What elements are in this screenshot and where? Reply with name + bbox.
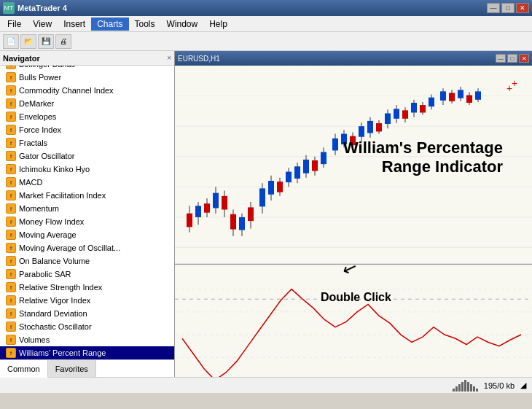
menu-file[interactable]: File bbox=[1, 17, 27, 31]
nav-item-label: Ichimoku Kinko Hyo bbox=[19, 165, 90, 174]
nav-item-label: Relative Strength Index bbox=[19, 283, 102, 292]
maximize-button[interactable]: □ bbox=[501, 3, 515, 13]
nav-item-label: Envelopes bbox=[19, 112, 56, 121]
minimize-button[interactable]: — bbox=[487, 3, 500, 13]
nav-item[interactable]: fRelative Vigor Index bbox=[0, 294, 174, 307]
svg-rect-75 bbox=[458, 90, 463, 98]
nav-item[interactable]: fDeMarker bbox=[0, 97, 174, 110]
status-value: 195/0 kb bbox=[484, 381, 515, 390]
toolbar-open[interactable]: 📂 bbox=[20, 34, 36, 49]
nav-item-label: Force Index bbox=[19, 125, 61, 134]
inner-minimize[interactable]: — bbox=[496, 54, 506, 63]
chart-area: EURUSD,H1 — □ ✕ bbox=[175, 51, 532, 377]
menu-view[interactable]: View bbox=[27, 17, 58, 31]
inner-title-bar: EURUSD,H1 — □ ✕ bbox=[175, 51, 532, 66]
nav-item-label: Stochastic Oscillator bbox=[19, 322, 92, 331]
nav-item[interactable]: fBulls Power bbox=[0, 71, 174, 84]
nav-item[interactable]: fMoving Average bbox=[0, 228, 174, 241]
svg-rect-73 bbox=[449, 93, 455, 101]
nav-item-icon: f bbox=[6, 190, 16, 200]
nav-item-label: Bulls Power bbox=[19, 73, 61, 82]
svg-rect-45 bbox=[321, 152, 326, 165]
nav-item[interactable]: fMoney Flow Index bbox=[0, 215, 174, 228]
title-bar: MT MetaTrader 4 — □ ✕ bbox=[0, 0, 532, 16]
nav-item-label: Moving Average bbox=[19, 230, 77, 239]
nav-item-label: MACD bbox=[19, 178, 42, 187]
toolbar: 📄 📂 💾 🖨 bbox=[0, 32, 532, 51]
nav-item-icon: f bbox=[6, 177, 16, 187]
svg-rect-19 bbox=[204, 203, 210, 212]
svg-rect-25 bbox=[230, 214, 236, 230]
svg-text:+: + bbox=[512, 77, 517, 89]
main-content: Navigator × fBollinger BandsfBulls Power… bbox=[0, 51, 532, 377]
menu-insert[interactable]: Insert bbox=[58, 17, 91, 31]
navigator-list[interactable]: fBollinger BandsfBulls PowerfCommodity C… bbox=[0, 66, 174, 359]
menu-tools[interactable]: Tools bbox=[129, 17, 161, 31]
nav-item[interactable]: fCommodity Channel Index bbox=[0, 84, 174, 97]
nav-item-icon: f bbox=[6, 164, 16, 174]
nav-item-label: On Balance Volume bbox=[19, 257, 90, 265]
svg-rect-41 bbox=[303, 160, 309, 174]
svg-rect-15 bbox=[187, 214, 192, 227]
nav-item-icon: f bbox=[6, 66, 16, 69]
nav-item-icon: f bbox=[6, 308, 16, 319]
inner-close[interactable]: ✕ bbox=[519, 54, 529, 63]
nav-item-label: Market Facilitation Index bbox=[19, 191, 106, 200]
nav-item[interactable]: fMarket Facilitation Index bbox=[0, 189, 174, 202]
svg-rect-71 bbox=[440, 91, 446, 100]
svg-rect-77 bbox=[466, 96, 472, 103]
nav-item[interactable]: fStochastic Oscillator bbox=[0, 320, 174, 333]
menu-charts[interactable]: Charts bbox=[91, 17, 128, 31]
svg-rect-53 bbox=[359, 126, 364, 137]
inner-maximize[interactable]: □ bbox=[507, 54, 517, 63]
title-bar-controls: — □ ✕ bbox=[487, 3, 529, 13]
navigator-panel: Navigator × fBollinger BandsfBulls Power… bbox=[0, 51, 175, 377]
nav-item-label: Bollinger Bands bbox=[19, 66, 75, 69]
nav-item[interactable]: fRelative Strength Index bbox=[0, 281, 174, 294]
menu-help[interactable]: Help bbox=[203, 17, 233, 31]
nav-item[interactable]: fStandard Deviation bbox=[0, 307, 174, 320]
svg-rect-63 bbox=[402, 110, 408, 118]
nav-item-label: Money Flow Index bbox=[19, 217, 84, 226]
svg-rect-43 bbox=[312, 160, 318, 171]
nav-item-label: Parabolic SAR bbox=[19, 270, 71, 278]
svg-rect-31 bbox=[259, 188, 265, 206]
toolbar-save[interactable]: 💾 bbox=[38, 34, 54, 49]
tab-favorites[interactable]: Favorites bbox=[48, 360, 96, 377]
nav-item-label: Volumes bbox=[19, 335, 50, 344]
nav-item[interactable]: fFractals bbox=[0, 136, 174, 149]
nav-item-label: Commodity Channel Index bbox=[19, 86, 114, 95]
nav-item[interactable]: fBollinger Bands bbox=[0, 66, 174, 71]
nav-item[interactable]: fParabolic SAR bbox=[0, 268, 174, 281]
nav-item[interactable]: fIchimoku Kinko Hyo bbox=[0, 163, 174, 176]
navigator-header: Navigator × bbox=[0, 51, 174, 66]
nav-item-icon: f bbox=[6, 85, 16, 96]
navigator-title: Navigator bbox=[3, 54, 40, 63]
nav-item[interactable]: fOn Balance Volume bbox=[0, 254, 174, 268]
nav-item[interactable]: fVolumes bbox=[0, 333, 174, 346]
resize-grip: ◢ bbox=[520, 381, 526, 390]
tab-common[interactable]: Common bbox=[0, 360, 48, 378]
nav-item[interactable]: fForce Index bbox=[0, 123, 174, 136]
svg-rect-59 bbox=[385, 113, 391, 124]
nav-item-label: Moving Average of Oscillat... bbox=[19, 244, 120, 252]
nav-item[interactable]: fWilliams' Percent Range bbox=[0, 346, 174, 359]
menu-window[interactable]: Window bbox=[161, 17, 204, 31]
navigator-close-button[interactable]: × bbox=[167, 54, 171, 62]
nav-item[interactable]: fMomentum bbox=[0, 202, 174, 215]
nav-item-label: DeMarker bbox=[19, 99, 54, 108]
nav-item-label: Relative Vigor Index bbox=[19, 296, 90, 305]
nav-item[interactable]: fEnvelopes bbox=[0, 110, 174, 123]
status-bar: 195/0 kb ◢ bbox=[0, 377, 532, 393]
nav-item[interactable]: fGator Oscillator bbox=[0, 149, 174, 163]
toolbar-print[interactable]: 🖨 bbox=[55, 34, 71, 49]
nav-item[interactable]: fMACD bbox=[0, 176, 174, 189]
nav-item-label: Momentum bbox=[19, 204, 59, 213]
nav-item[interactable]: fMoving Average of Oscillat... bbox=[0, 241, 174, 254]
close-button[interactable]: ✕ bbox=[516, 3, 529, 13]
app-title: MetaTrader 4 bbox=[17, 4, 67, 12]
nav-item-icon: f bbox=[6, 335, 16, 345]
svg-rect-47 bbox=[332, 139, 338, 151]
toolbar-new[interactable]: 📄 bbox=[3, 34, 19, 49]
svg-rect-61 bbox=[394, 109, 399, 119]
